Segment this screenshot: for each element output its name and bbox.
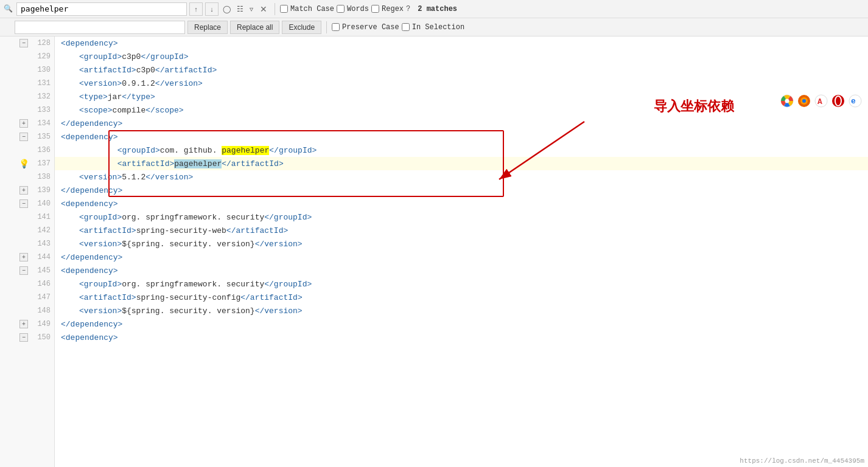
line-number-150: 150 (31, 333, 51, 342)
fold-icon-129 (19, 52, 29, 61)
words-checkbox[interactable] (337, 5, 345, 13)
lightbulb-137: 💡 (19, 159, 29, 169)
gutter-row-142: 142 (0, 224, 54, 237)
gutter-row-143: 143 (0, 237, 54, 251)
fold-icon-138 (19, 172, 29, 182)
gutter-row-134: + 134 (0, 117, 54, 130)
prev-match-button[interactable]: ↑ (189, 2, 203, 16)
line-number-133: 133 (31, 106, 51, 114)
line-number-137: 137 (31, 159, 51, 168)
code-line-129: <groupId>c3p0</groupId> (55, 50, 868, 63)
line-number-143: 143 (31, 240, 51, 248)
gutter-row-149: + 149 (0, 317, 54, 331)
in-selection-option[interactable]: In Selection (402, 23, 464, 32)
code-line-141: <groupId>org. springframework. security<… (55, 210, 868, 224)
search-toolbar: 🔍 ↑ ↓ ◯ ☷ ▿ ✕ Match Case Words Regex ? 2… (0, 0, 868, 18)
regex-option[interactable]: Regex (371, 5, 404, 13)
fold-icon-139[interactable]: + (19, 185, 29, 195)
gutter-row-131: 131 (0, 77, 54, 90)
url-bar: https://log.csdn.net/m_4454395m (740, 457, 864, 465)
words-option[interactable]: Words (337, 5, 369, 13)
code-line-137: <artifactId>pagehelper</artifactId> (55, 157, 868, 170)
gutter-row-140: − 140 (0, 197, 54, 210)
code-line-147: <artifactId>spring-security-config</arti… (55, 291, 868, 304)
find-options-button[interactable]: ☷ (235, 4, 245, 14)
replace-all-button[interactable]: Replace all (230, 21, 279, 34)
fold-icon-147 (19, 292, 29, 302)
close-search-button[interactable]: ✕ (257, 4, 270, 14)
replace-toolbar: Replace Replace all Exclude Preserve Cas… (0, 18, 868, 36)
ie-icon: A (814, 94, 828, 108)
code-line-149: </dependency> (55, 317, 868, 331)
search-input[interactable] (16, 2, 187, 16)
line-number-134: 134 (31, 119, 51, 128)
fold-icon-135[interactable]: − (19, 132, 29, 142)
firefox-icon (797, 94, 811, 108)
code-content[interactable]: <dependency> <groupId>c3p0</groupId> <ar… (55, 36, 868, 467)
fold-icon-150[interactable]: − (19, 333, 29, 342)
replace-button[interactable]: Replace (187, 21, 228, 34)
gutter-row-130: 130 (0, 63, 54, 77)
line-number-132: 132 (31, 92, 51, 101)
regex-checkbox[interactable] (371, 5, 379, 13)
gutter-row-128: − 128 (0, 36, 54, 50)
line-number-144: 144 (31, 253, 51, 261)
code-line-146: <groupId>org. springframework. security<… (55, 277, 868, 291)
chrome-icon (780, 94, 794, 108)
line-number-130: 130 (31, 66, 51, 74)
replace-input[interactable] (15, 21, 185, 34)
preserve-case-option[interactable]: Preserve Case (332, 23, 399, 32)
line-number-147: 147 (31, 293, 51, 302)
filter-button[interactable]: ▿ (248, 4, 255, 14)
gutter-row-147: 147 (0, 291, 54, 304)
code-line-139: </dependency> (55, 184, 868, 197)
fold-icon-136 (19, 145, 29, 155)
svg-point-7 (802, 99, 806, 103)
separator (275, 3, 275, 15)
opera-icon (831, 94, 845, 108)
fold-icon-144[interactable]: + (19, 252, 29, 262)
gutter-row-129: 129 (0, 50, 54, 63)
fold-icon-140[interactable]: − (19, 199, 29, 209)
code-line-134: </dependency> (55, 117, 868, 130)
gutter-row-136: 136 (0, 144, 54, 157)
line-number-146: 146 (31, 280, 51, 288)
line-number-142: 142 (31, 226, 51, 235)
gutter-row-135: − 135 (0, 130, 54, 144)
fold-icon-131 (19, 78, 29, 88)
line-number-136: 136 (31, 146, 51, 154)
fold-icon-145[interactable]: − (19, 266, 29, 275)
code-line-142: <artifactId>spring-security-web</artifac… (55, 224, 868, 237)
browser-icons: A e (780, 94, 862, 108)
gutter-row-132: 132 (0, 90, 54, 103)
fold-icon-128[interactable]: − (19, 38, 29, 48)
in-selection-label: In Selection (412, 23, 464, 32)
gutter-row-138: 138 (0, 170, 54, 184)
preserve-case-checkbox[interactable] (332, 23, 340, 31)
next-match-button[interactable]: ↓ (205, 2, 219, 16)
gutter-row-145: − 145 (0, 264, 54, 277)
fold-icon-134[interactable]: + (19, 119, 29, 128)
gutter-row-146: 146 (0, 277, 54, 291)
edge-icon: e (849, 94, 862, 108)
lightbulb-icon-137[interactable]: 💡 (19, 159, 29, 168)
line-number-145: 145 (31, 266, 51, 275)
fold-icon-142 (19, 226, 29, 235)
fold-icon-149[interactable]: + (19, 319, 29, 329)
in-selection-checkbox[interactable] (402, 23, 410, 31)
line-number-148: 148 (31, 306, 51, 315)
match-case-checkbox[interactable] (280, 5, 288, 13)
line-number-129: 129 (31, 52, 51, 61)
exclude-button[interactable]: Exclude (282, 21, 321, 34)
gutter-row-150: − 150 (0, 331, 54, 344)
code-line-140: <dependency> (55, 197, 868, 210)
find-history-button[interactable]: ◯ (221, 4, 233, 14)
gutter-row-133: 133 (0, 103, 54, 117)
match-case-option[interactable]: Match Case (280, 5, 334, 13)
help-label[interactable]: ? (406, 5, 410, 13)
gutter-row-148: 148 (0, 304, 54, 317)
line-number-141: 141 (31, 213, 51, 221)
svg-text:e: e (851, 97, 856, 106)
gutter-row-141: 141 (0, 210, 54, 224)
match-case-label: Match Case (290, 5, 334, 13)
